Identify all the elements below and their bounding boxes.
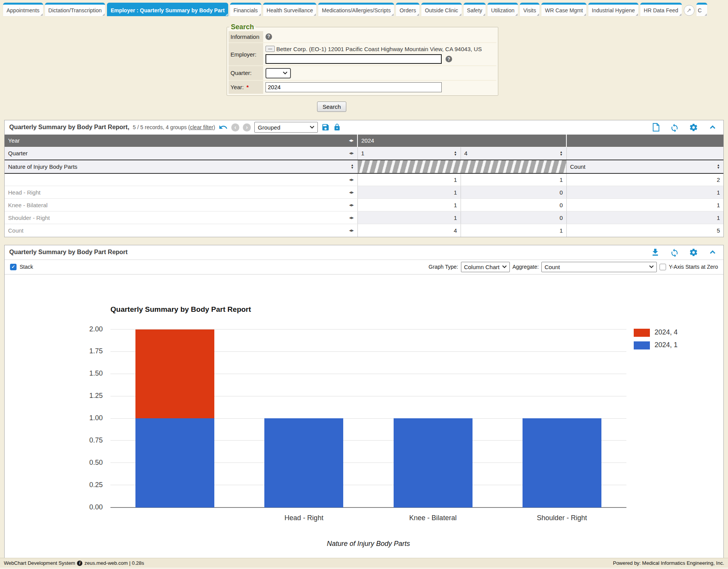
tab-utilization[interactable]: Utilization	[488, 3, 518, 16]
collapse-panel-icon[interactable]	[708, 123, 717, 132]
undo-icon[interactable]	[219, 123, 228, 132]
legend-swatch	[634, 341, 650, 349]
tab-hr-data-feed[interactable]: HR Data Feed	[640, 3, 681, 16]
tab-wr-case-mgmt[interactable]: WR Case Mgmt	[541, 3, 586, 16]
footer-powered-by: Powered by: Medical Informatics Engineer…	[613, 560, 724, 566]
tab-dictation-transcription[interactable]: Dictation/Transcription	[45, 3, 105, 16]
gear-icon[interactable]	[689, 248, 698, 257]
search-row-employer: Employer: — Better Corp. (EO-1) 12001 Pa…	[229, 43, 496, 66]
bar-segment	[394, 418, 473, 507]
year-input[interactable]	[265, 82, 442, 92]
previous-page-icon[interactable]: ‹	[231, 123, 239, 131]
collapse-panel-icon[interactable]	[708, 248, 717, 257]
y-axis-tick-label: 1.00	[79, 414, 103, 422]
chevron-down-icon	[310, 126, 314, 129]
y-axis-tick-label: 1.50	[79, 369, 103, 378]
column-sort-icon[interactable]: ▲▼	[717, 164, 720, 169]
tab-financials[interactable]: Financials	[230, 3, 261, 16]
row-move-icon[interactable]: ◀▶	[349, 178, 354, 181]
refresh-icon[interactable]	[670, 123, 679, 132]
gear-icon[interactable]	[689, 123, 698, 132]
column-move-icon[interactable]: ◀▶	[349, 151, 354, 155]
grouping-select[interactable]: Grouped	[254, 122, 318, 133]
information-help-icon[interactable]: ?	[265, 33, 272, 40]
bar-segment	[135, 329, 214, 419]
employer-collapse-button[interactable]: —	[265, 46, 275, 52]
y-axis-tick-label: 1.25	[79, 392, 103, 400]
tab-employer-quarterly-summary-by-body-part[interactable]: Employer : Quarterly Summary by Body Par…	[107, 3, 228, 16]
next-page-icon[interactable]: ›	[243, 123, 251, 131]
row-move-icon[interactable]: ◀▶	[349, 216, 354, 220]
aggregate-select[interactable]: Count	[541, 262, 657, 272]
graph-type-label: Graph Type:	[429, 264, 458, 270]
x-axis-category-label: Shoulder - Right	[498, 514, 626, 522]
search-row-information: Information ?	[229, 31, 496, 43]
employer-label: Employer:	[229, 43, 263, 65]
tab-health-surveillance[interactable]: Health Surveillance	[263, 3, 317, 16]
y-axis-zero-checkbox[interactable]	[660, 264, 666, 270]
footer-host: zeus.med-web.com | 0.28s	[84, 560, 144, 566]
search-button[interactable]: Search	[317, 101, 346, 112]
legend-label: 2024, 4	[655, 328, 678, 336]
stack-label: Stack	[20, 264, 33, 270]
tab-appointments[interactable]: Appointments	[3, 3, 43, 16]
bar-segment	[523, 418, 601, 507]
search-legend: Search	[229, 23, 255, 31]
year-value-cell: 2024	[357, 135, 566, 147]
column-move-icon[interactable]: ◀▶	[349, 139, 354, 142]
table-row: ◀▶ 1 1 2	[5, 173, 723, 186]
search-panel: Search Information ? Employer: — Better …	[227, 23, 498, 96]
x-axis-title: Nature of Injury Body Parts	[110, 540, 626, 548]
year-label: Year: *	[229, 81, 263, 94]
report-table-panel: Quarterly Summary by Body Part Report, 5…	[4, 120, 724, 237]
search-row-year: Year: *	[229, 81, 496, 94]
stack-checkbox[interactable]: ✓	[10, 264, 17, 270]
lock-icon[interactable]	[333, 123, 341, 131]
legend-swatch	[634, 329, 650, 337]
clear-filter-link[interactable]: clear filter	[190, 124, 214, 130]
information-label: Information	[229, 31, 263, 42]
tab-medications-allergies-scripts[interactable]: Medications/Allergies/Scripts	[318, 3, 394, 16]
graph-type-select[interactable]: Column Chart	[461, 262, 510, 272]
y-axis-zero-label: Y-Axis Starts at Zero	[669, 264, 718, 270]
employer-help-icon[interactable]: ?	[446, 56, 452, 62]
refresh-icon[interactable]	[670, 248, 679, 257]
chart-toolbar: ✓ Stack Graph Type: Column Chart Aggrega…	[5, 260, 723, 275]
info-icon[interactable]: i	[77, 561, 82, 566]
tab-partial[interactable]: C	[696, 3, 707, 16]
new-document-icon[interactable]	[652, 123, 660, 132]
open-new-window-icon[interactable]: ↗	[684, 5, 695, 16]
download-icon[interactable]	[651, 248, 660, 257]
report-table: Year◀▶ 2024 Quarter◀▶ 1▲▼ 4▲▼ Nature of …	[5, 135, 723, 237]
tab-bar: AppointmentsDictation/TranscriptionEmplo…	[0, 0, 728, 17]
tab-visits[interactable]: Visits	[520, 3, 539, 16]
tab-safety[interactable]: Safety	[464, 3, 486, 16]
chevron-down-icon	[502, 265, 507, 268]
y-axis-tick-label: 0.50	[79, 459, 103, 467]
column-sort-icon[interactable]: ▲▼	[454, 151, 457, 156]
chart-panel-header: Quarterly Summary by Body Part Report	[5, 245, 723, 260]
row-move-icon[interactable]: ◀▶	[349, 229, 354, 232]
chevron-down-icon	[283, 72, 287, 75]
x-axis-category-label: Head - Right	[239, 514, 368, 522]
aggregate-label: Aggregate:	[513, 264, 539, 270]
column-sort-icon[interactable]: ▲▼	[560, 151, 563, 156]
employer-search-input[interactable]	[265, 54, 442, 64]
chart-title: Quarterly Summary by Body Part Report	[110, 305, 251, 314]
records-count: 5 / 5 records, 4 groups (	[133, 124, 190, 130]
column-sort-icon[interactable]: ▲▼	[351, 164, 354, 169]
report-title: Quarterly Summary by Body Part Report,	[9, 124, 129, 131]
y-axis-tick-label: 0.75	[79, 436, 103, 444]
bar-segment	[135, 418, 214, 507]
y-axis-tick-label: 2.00	[79, 325, 103, 333]
y-axis-tick-label: 0.00	[79, 503, 103, 511]
tab-orders[interactable]: Orders	[396, 3, 419, 16]
bar-segment	[264, 418, 343, 507]
quarter-select[interactable]	[265, 68, 291, 78]
tab-industrial-hygiene[interactable]: Industrial Hygiene	[588, 3, 638, 16]
x-axis-category-label: Knee - Bilateral	[369, 514, 498, 522]
save-view-icon[interactable]	[321, 123, 330, 131]
tab-outside-clinic[interactable]: Outside Clinic	[421, 3, 461, 16]
row-move-icon[interactable]: ◀▶	[349, 203, 354, 207]
row-move-icon[interactable]: ◀▶	[349, 191, 354, 194]
